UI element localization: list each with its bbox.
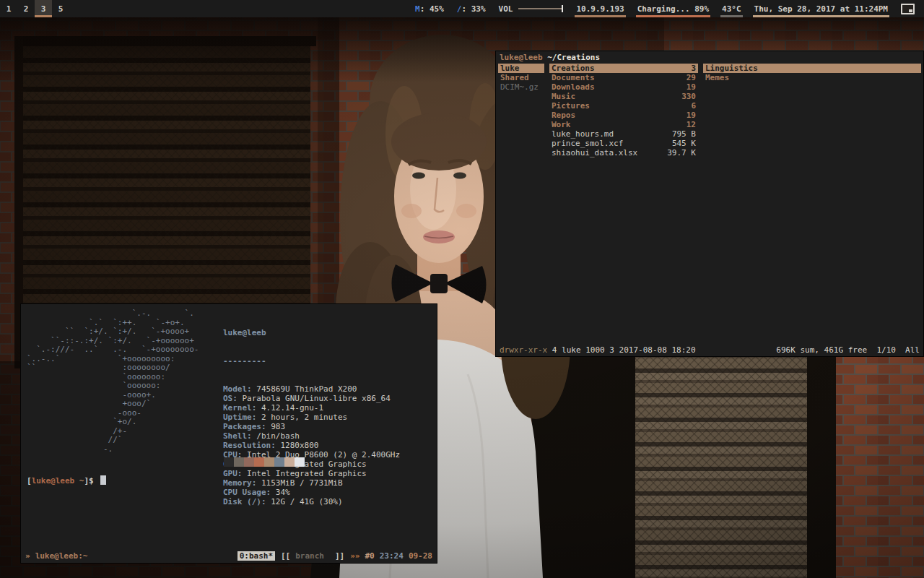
terminal-window[interactable]: `.-. `. `.` `:++. `-+o+. `` `:+/. `:+/. … [20, 303, 437, 564]
file-row-Creations[interactable]: Creations3 [549, 64, 698, 73]
file-permissions: drwxr-xr-x [500, 345, 547, 355]
shell-prompt[interactable]: [luke@leeb ~]$ [27, 475, 106, 486]
file-row-Music[interactable]: Music330 [549, 92, 698, 101]
info-line-disk-: Disk (/): 12G / 41G (30%) [223, 497, 400, 506]
file-name: Repos [552, 111, 682, 120]
parabola-ascii-logo: `.-. `. `.` `:++. `-+o+. `` `:+/. `:+/. … [27, 309, 199, 454]
file-row-prince_smol.xcf[interactable]: prince_smol.xcf545 K [549, 139, 698, 148]
palette-swatch-4 [264, 457, 274, 467]
bar-right: M: 45%/: 33% VOL 10.9.9.193Charging... 8… [409, 0, 924, 17]
info-value: 1153MiB / 7731MiB [256, 478, 342, 488]
file-name: Memes [705, 73, 919, 82]
file-name: Work [552, 120, 682, 129]
file-row-Shared[interactable]: Shared [498, 73, 544, 82]
workspace-2[interactable]: 2 [17, 0, 35, 17]
info-label: Disk (/): [223, 497, 266, 506]
rootfs-indicator-icon: / [457, 4, 462, 14]
info-label: Shell: [223, 431, 252, 441]
battery-status-underline [636, 15, 710, 17]
ranger-title-user: luke@leeb [500, 53, 547, 62]
info-line-resolution: Resolution: 924x578 [223, 441, 400, 450]
info-label: CPU Usage: [223, 488, 271, 497]
prompt-user: luke@leeb [32, 476, 75, 486]
info-value: Parabola GNU/Linux-libre x86_64 [237, 394, 391, 403]
cpu-temp[interactable]: 43°C [715, 0, 748, 17]
info-line-cpu-usage: CPU Usage: 34% [223, 488, 400, 497]
file-row-Linguistics[interactable]: Linguistics [703, 64, 921, 73]
file-name: Documents [552, 73, 682, 82]
file-row-Repos[interactable]: Repos19 [549, 111, 698, 120]
volume-slider-handle[interactable] [562, 5, 563, 12]
file-row-luke[interactable]: luke [498, 64, 544, 73]
palette-swatch-0 [224, 457, 234, 467]
file-name: luke_hours.md [552, 129, 668, 139]
file-row-Work[interactable]: Work12 [549, 120, 698, 129]
memory-indicator-value: : 45% [420, 4, 444, 14]
file-name: Music [552, 92, 677, 101]
rootfs-indicator: /: 33% [450, 0, 492, 17]
tmux-window-tab[interactable]: 0:bash* [237, 551, 275, 561]
monitor-icon[interactable] [901, 4, 915, 14]
ip-address[interactable]: 10.9.9.193 [570, 0, 630, 17]
info-label: Resolution: [223, 441, 276, 450]
neofetch-separator: --------- [223, 356, 400, 366]
file-size: 39.7 K [667, 148, 696, 158]
info-value: 2 hours, 2 minutes [256, 413, 347, 422]
workspace-1[interactable]: 1 [0, 0, 17, 17]
workspace-3[interactable]: 3 [35, 0, 52, 17]
info-line-kernel: Kernel: 4.12.14-gnu-1 [223, 403, 400, 413]
file-row-Downloads[interactable]: Downloads19 [549, 82, 698, 92]
info-value: 745869U ThinkPad X200 [252, 384, 357, 394]
file-name: Linguistics [705, 64, 919, 73]
file-name: prince_smol.xcf [552, 139, 668, 148]
bar-segments: 10.9.9.193Charging... 89%43°CThu, Sep 28… [570, 0, 894, 17]
info-line-gpu: GPU: Intel Integrated Graphics [223, 469, 400, 478]
volume-slider[interactable] [518, 8, 563, 9]
info-line-model: Model: 745869U ThinkPad X200 [223, 384, 400, 394]
clock[interactable]: Thu, Sep 28, 2017 at 11:24PM [748, 0, 894, 17]
tmux-clock: 23:24 [380, 551, 404, 561]
palette-swatch-6 [284, 457, 295, 467]
ranger-preview-column: LinguisticsMemes [703, 64, 921, 158]
info-line-packages: Packages: 983 [223, 422, 400, 431]
tmux-right: 0:bash* [[ branch ]] »» #0 23:24 09-28 [237, 551, 432, 561]
ranger-title-path: ~/Creations [547, 53, 600, 62]
ranger-window[interactable]: luke@leeb ~/Creations lukeSharedDCIM~.gz… [495, 51, 924, 357]
file-name: Downloads [552, 82, 682, 92]
file-row-luke_hours.md[interactable]: luke_hours.md795 B [549, 129, 698, 139]
file-name: luke [500, 64, 542, 73]
clock-text: Thu, Sep 28, 2017 at 11:24PM [754, 4, 888, 14]
file-size: 330 [681, 92, 696, 101]
tmux-status-bar: » luke@leeb:~ 0:bash* [[ branch ]] »» #0… [21, 548, 437, 563]
ranger-parent-column: lukeSharedDCIM~.gz [498, 64, 544, 158]
battery-status[interactable]: Charging... 89% [631, 0, 715, 17]
file-row-DCIM~.gz[interactable]: DCIM~.gz [498, 82, 544, 92]
workspace-5[interactable]: 5 [52, 0, 69, 17]
palette-swatch-5 [274, 457, 284, 467]
battery-status-text: Charging... 89% [637, 4, 709, 14]
volume-label: VOL [499, 4, 513, 14]
neofetch-info-lines: Model: 745869U ThinkPad X200OS: Parabola… [223, 384, 400, 506]
file-row-Pictures[interactable]: Pictures6 [549, 101, 698, 111]
file-row-Memes[interactable]: Memes [703, 73, 921, 82]
file-row-Documents[interactable]: Documents29 [549, 73, 698, 82]
file-name: DCIM~.gz [500, 82, 542, 92]
ip-address-text: 10.9.9.193 [576, 4, 624, 14]
volume-control[interactable]: VOL [492, 0, 570, 17]
info-line-os: OS: Parabola GNU/Linux-libre x86_64 [223, 394, 400, 403]
git-bracket-open: [[ [281, 551, 290, 561]
cpu-temp-underline [720, 15, 743, 17]
file-row-shiaohui_data.xlsx[interactable]: shiaohui_data.xlsx39.7 K [549, 148, 698, 158]
ranger-status-right: 696K sum, 461G free 1/10 All [776, 345, 920, 355]
info-label: Uptime: [223, 413, 256, 422]
info-label: Model: [223, 384, 252, 394]
workspaces: 1235 [0, 0, 69, 17]
prompt-path: ~ [74, 476, 84, 486]
palette-swatch-3 [254, 457, 264, 467]
prompt-dollar: $ [89, 476, 94, 486]
display-tray[interactable] [894, 0, 921, 17]
file-size: 19 [687, 111, 696, 120]
info-label: Memory: [223, 478, 256, 488]
palette-swatch-2 [244, 457, 254, 467]
rootfs-indicator-value: : 33% [461, 4, 485, 14]
